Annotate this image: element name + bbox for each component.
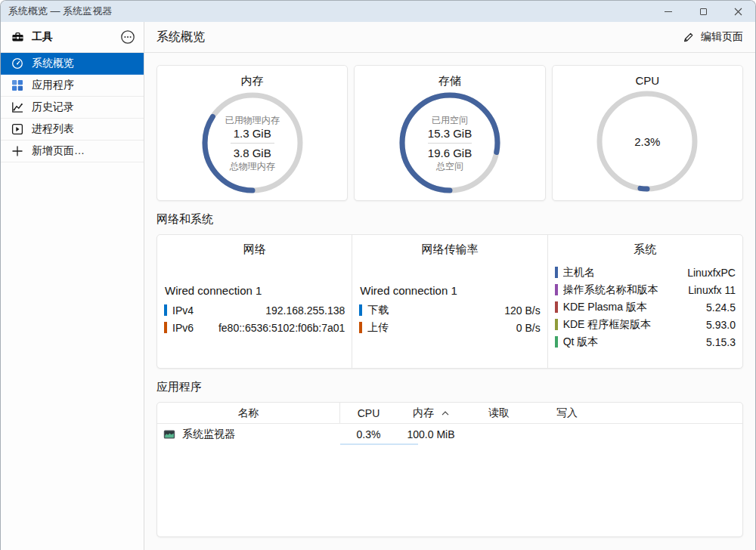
network-rate-column-title: 网络传输率 [359,243,540,257]
app-cpu-value: 0.3% [357,428,381,440]
overview-content: 内存 已用物理内存 1.3 GiB 3.8 GiB 总 [144,53,755,550]
fraction-divider [428,143,472,144]
network-rate-column: 网络传输率 Wired connection 1 下载 120 B/s 上传 [352,235,547,368]
close-button[interactable] [720,1,755,22]
history-chart-icon [11,101,23,113]
storage-total-label: 总空间 [436,160,463,172]
network-connection-name: Wired connection 1 [164,284,345,297]
system-column: 系统 主机名 LinuxfxPC 操作系统名称和版本 Linuxfx 11 [547,235,742,368]
main-area: 系统概览 编辑页面 内存 [144,22,755,550]
sidebar-nav: 系统概览 应用程序 [1,53,144,162]
ipv6-row: IPv6 fe80::6536:5102:f06b:7a01 [164,319,345,336]
minimize-icon [665,11,672,12]
sidebar-item-label: 新增页面… [32,144,85,158]
network-column: 网络 Wired connection 1 IPv4 192.168.255.1… [157,235,352,368]
titlebar[interactable]: 系统概览 — 系统监视器 [1,1,755,22]
page-header: 系统概览 编辑页面 [144,22,755,53]
network-system-section-title: 网络和系统 [156,212,743,227]
os-version-row: 操作系统名称和版本 Linuxfx 11 [555,281,736,298]
legend-color-bar [164,322,167,333]
legend-color-bar [555,301,558,313]
fraction-divider [231,143,274,144]
network-rate-connection-name: Wired connection 1 [359,284,540,297]
sidebar-title: 工具 [32,30,112,44]
app-window: 系统概览 — 系统监视器 [0,0,756,550]
network-column-title: 网络 [164,243,345,257]
memory-card-title: 内存 [157,74,347,88]
overview-cards-row: 内存 已用物理内存 1.3 GiB 3.8 GiB 总 [156,65,743,201]
cpu-card: CPU 2.3% [552,65,743,201]
sidebar-item-add-page[interactable]: 新增页面… [1,141,144,162]
maximize-button[interactable] [686,1,720,22]
memory-donut-labels: 已用物理内存 1.3 GiB 3.8 GiB 总物理内存 [200,90,305,196]
sidebar-item-label: 进程列表 [32,122,74,136]
memory-used-label: 已用物理内存 [225,114,280,126]
plus-icon [11,145,23,157]
column-header-write[interactable]: 写入 [533,403,601,423]
legend-color-bar [555,319,558,330]
frameworks-version-row: KDE 程序框架版本 5.93.0 [555,316,736,333]
cpu-card-title: CPU [553,74,742,87]
process-list-icon [11,123,23,135]
sidebar-item-processes[interactable]: 进程列表 [1,119,144,141]
sidebar-item-applications[interactable]: 应用程序 [1,75,144,97]
memory-used-value: 1.3 GiB [234,126,271,141]
column-header-memory[interactable]: 内存 [397,403,465,423]
hostname-row: 主机名 LinuxfxPC [555,264,736,281]
column-header-read[interactable]: 读取 [465,403,533,423]
storage-card-title: 存储 [355,74,544,88]
sidebar-item-history[interactable]: 历史记录 [1,97,144,119]
system-column-title: 系统 [555,243,736,257]
sidebar-item-label: 应用程序 [32,79,74,92]
legend-color-bar [359,322,362,333]
close-icon [734,8,742,16]
column-header-cpu[interactable]: CPU [340,403,397,423]
gauge-icon [11,57,23,70]
window-title: 系统概览 — 系统监视器 [8,5,651,18]
network-system-card: 网络 Wired connection 1 IPv4 192.168.255.1… [156,234,743,369]
sidebar-header: 工具 [1,22,144,53]
legend-color-bar [359,304,362,316]
storage-used-value: 15.3 GiB [428,126,472,141]
app-name: 系统监视器 [182,428,235,441]
legend-color-bar [555,284,558,295]
plasma-version-row: KDE Plasma 版本 5.24.5 [555,298,736,316]
edit-page-label: 编辑页面 [701,30,743,44]
cpu-usage-value: 2.3% [634,134,660,149]
storage-used-label: 已用空间 [432,114,468,126]
window-controls [651,1,755,22]
memory-total-value: 3.8 GiB [234,146,271,160]
system-monitor-app-icon [163,428,175,440]
table-row[interactable]: 系统监视器 0.3% 100.0 MiB [157,424,742,445]
upload-row: 上传 0 B/s [359,319,540,336]
toolbox-icon [11,31,24,43]
sidebar-item-label: 系统概览 [32,57,74,70]
sort-ascending-icon [442,411,449,416]
cpu-donut-labels: 2.3% [594,88,700,194]
applications-table: 名称 CPU 内存 读取 [156,402,743,537]
applications-section-title: 应用程序 [156,379,743,394]
pencil-icon [683,31,695,43]
storage-donut-labels: 已用空间 15.3 GiB 19.6 GiB 总空间 [397,90,503,196]
app-grid-icon [11,79,23,91]
download-row: 下载 120 B/s [359,301,540,319]
edit-page-button[interactable]: 编辑页面 [683,30,743,44]
memory-card: 内存 已用物理内存 1.3 GiB 3.8 GiB 总 [156,65,348,201]
qt-version-row: Qt 版本 5.15.3 [555,333,736,351]
maximize-icon [700,8,707,15]
storage-card: 存储 已用空间 15.3 GiB 19.6 GiB 总 [354,65,545,201]
table-header-row: 名称 CPU 内存 读取 [157,403,742,424]
legend-color-bar [164,304,167,316]
sidebar: 工具 系统概览 [1,22,144,550]
page-title: 系统概览 [156,29,683,45]
column-header-name[interactable]: 名称 [157,403,340,423]
legend-color-bar [555,267,558,278]
cpu-usage-bar [340,443,418,445]
overflow-menu-icon[interactable] [119,29,136,45]
app-memory-value: 100.0 MiB [407,428,454,440]
sidebar-item-overview[interactable]: 系统概览 [1,53,144,75]
legend-color-bar [555,336,558,348]
minimize-button[interactable] [651,1,686,22]
memory-total-label: 总物理内存 [230,160,275,172]
storage-total-value: 19.6 GiB [428,146,472,160]
